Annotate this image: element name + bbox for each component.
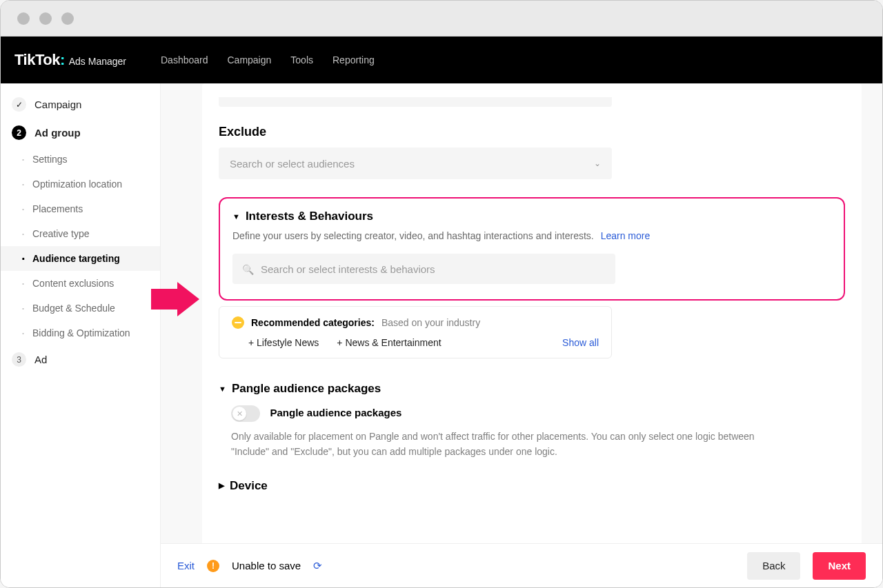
- interests-toggle[interactable]: ▼ Interests & Behaviours: [232, 210, 831, 223]
- switch-knob: ✕: [232, 407, 246, 420]
- recommended-card: Recommended categories: Based on your in…: [219, 306, 612, 358]
- save-status: Unable to save: [232, 560, 301, 571]
- brand: TikTok: Ads Manager: [14, 51, 126, 69]
- sidebar: Campaign 2 Ad group Settings Optimizatio…: [1, 83, 161, 587]
- main-panel: Exclude Search or select audiences ⌄ ▼ I…: [161, 83, 882, 587]
- nav-reporting[interactable]: Reporting: [333, 54, 375, 65]
- sidebar-campaign[interactable]: Campaign: [1, 90, 160, 119]
- window-dot: [17, 12, 30, 25]
- category-chip-lifestyle[interactable]: + Lifestyle News: [248, 337, 319, 348]
- exclude-placeholder: Search or select audiences: [230, 158, 355, 170]
- nav-campaign[interactable]: Campaign: [227, 54, 271, 65]
- learn-more-link[interactable]: Learn more: [601, 230, 651, 241]
- brand-suffix: Ads Manager: [69, 56, 126, 67]
- pangle-toggle-heading[interactable]: ▼ Pangle audience packages: [219, 382, 845, 396]
- sidebar-item-content-exclusions[interactable]: Content exclusions: [1, 271, 160, 296]
- sidebar-item-budget-schedule[interactable]: Budget & Schedule: [1, 296, 160, 321]
- browser-frame: TikTok: Ads Manager Dashboard Campaign T…: [0, 0, 883, 588]
- pangle-section: ▼ Pangle audience packages ✕ Pangle audi…: [219, 382, 845, 460]
- show-all-link[interactable]: Show all: [562, 337, 599, 348]
- back-button[interactable]: Back: [747, 552, 800, 580]
- pangle-description: Only available for placement on Pangle a…: [231, 429, 783, 460]
- category-chip-news-entertainment[interactable]: + News & Entertainment: [337, 337, 441, 348]
- sidebar-item-placements[interactable]: Placements: [1, 196, 160, 221]
- interests-search[interactable]: Search or select interests & behaviors: [232, 254, 615, 284]
- check-icon: [12, 97, 26, 112]
- sidebar-item-creative-type[interactable]: Creative type: [1, 221, 160, 246]
- brand-logo: TikTok:: [14, 51, 65, 69]
- next-button[interactable]: Next: [813, 552, 866, 580]
- interests-description: Define your users by selecting creator, …: [232, 230, 831, 241]
- lightbulb-icon: [232, 316, 244, 329]
- triangle-down-icon: ▼: [219, 385, 226, 393]
- device-toggle[interactable]: ▶ Device: [219, 479, 845, 493]
- partial-field: [219, 97, 612, 107]
- search-icon: [242, 263, 254, 275]
- warning-icon: !: [207, 560, 219, 572]
- exclude-title: Exclude: [219, 125, 845, 139]
- refresh-icon[interactable]: ⟳: [313, 560, 322, 572]
- pangle-switch[interactable]: ✕: [231, 405, 260, 422]
- exit-link[interactable]: Exit: [177, 560, 195, 571]
- chevron-down-icon: ⌄: [594, 159, 601, 168]
- pangle-switch-label: Pangle audience packages: [270, 407, 401, 418]
- window-dot: [61, 12, 74, 25]
- window-dot: [39, 12, 52, 25]
- sidebar-ad[interactable]: 3 Ad: [1, 345, 160, 374]
- sidebar-item-settings[interactable]: Settings: [1, 147, 160, 172]
- step-badge: 2: [12, 125, 26, 140]
- browser-chrome: [1, 1, 882, 37]
- exclude-section: Exclude Search or select audiences ⌄: [219, 125, 845, 179]
- triangle-down-icon: ▼: [232, 212, 240, 221]
- sidebar-adgroup[interactable]: 2 Ad group: [1, 119, 160, 147]
- top-nav: Dashboard Campaign Tools Reporting: [161, 54, 375, 65]
- recommended-subtext: Based on your industry: [381, 317, 480, 328]
- sidebar-item-audience-targeting[interactable]: Audience targeting: [1, 246, 160, 271]
- triangle-right-icon: ▶: [219, 481, 224, 490]
- recommended-label: Recommended categories:: [251, 317, 375, 328]
- topbar: TikTok: Ads Manager Dashboard Campaign T…: [1, 37, 882, 83]
- exclude-select[interactable]: Search or select audiences ⌄: [219, 148, 612, 179]
- footer-bar: Exit ! Unable to save ⟳ Back Next: [161, 543, 882, 587]
- interests-behaviours-section: ▼ Interests & Behaviours Define your use…: [219, 197, 845, 301]
- search-placeholder: Search or select interests & behaviors: [261, 263, 435, 275]
- nav-tools[interactable]: Tools: [290, 54, 313, 65]
- step-badge: 3: [12, 352, 26, 367]
- device-section: ▶ Device: [219, 479, 845, 493]
- sidebar-item-bidding-optimization[interactable]: Bidding & Optimization: [1, 321, 160, 345]
- sidebar-item-optimization-location[interactable]: Optimization location: [1, 172, 160, 196]
- nav-dashboard[interactable]: Dashboard: [161, 54, 208, 65]
- callout-arrow-icon: [151, 282, 199, 319]
